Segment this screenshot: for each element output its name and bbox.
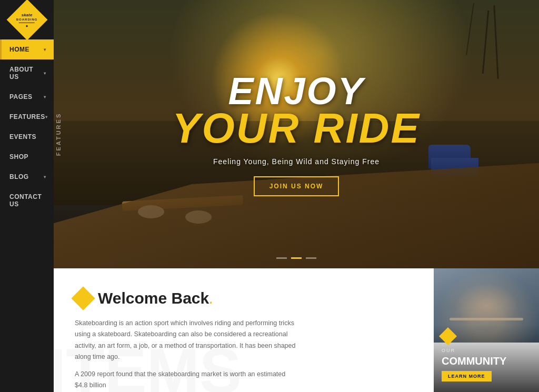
community-overlay: OUR COMMUNITY LEARN MORE (434, 325, 539, 392)
chevron-down-icon: ▾ (44, 47, 46, 52)
bottom-section: ITEMS Welcome Back. Skateboarding is an … (54, 268, 539, 392)
community-tag: OUR (442, 348, 531, 353)
diamond-icon (71, 286, 95, 310)
sidebar-item-about-us[interactable]: ABOUT US ▾ (0, 59, 54, 87)
slide-dot-3[interactable] (306, 257, 316, 259)
sidebar: skate BOARDING ◆ HOME ▾ ABOUT US ▾ PAGES… (0, 0, 54, 392)
hero-title-ride: YOUR RIDE (172, 107, 421, 149)
hero-subtitle: Feeling Young, Being Wild and Staying Fr… (213, 157, 380, 166)
main-nav: HOME ▾ ABOUT US ▾ PAGES ▾ FEATURES ▾ EVE… (0, 39, 54, 214)
sidebar-item-blog[interactable]: BLOG ▾ (0, 167, 54, 187)
logo-diamond: skate BOARDING ◆ (6, 0, 47, 40)
chevron-down-icon: ▾ (44, 175, 46, 179)
sidebar-item-home[interactable]: HOME ▾ (0, 39, 54, 59)
welcome-title: Welcome Back. (98, 289, 213, 307)
chevron-down-icon: ▾ (45, 115, 48, 119)
hero-cta-button[interactable]: JOIN US NOW (254, 176, 340, 196)
sidebar-item-features[interactable]: FEATURES ▾ (0, 107, 54, 127)
welcome-paragraph-2: A 2009 report found that the skateboardi… (75, 369, 296, 391)
slide-dot-1[interactable] (276, 257, 287, 259)
chevron-down-icon: ▾ (44, 71, 46, 76)
main-content: ENJOY YOUR RIDE Feeling Young, Being Wil… (54, 0, 539, 392)
sidebar-item-events[interactable]: EVENTS (0, 127, 54, 147)
features-side-label: FeaTURES (55, 113, 62, 156)
community-panel: OUR COMMUNITY LEARN MORE (434, 268, 539, 392)
slide-dot-2[interactable] (291, 257, 302, 259)
hero-section: ENJOY YOUR RIDE Feeling Young, Being Wil… (54, 0, 539, 268)
logo[interactable]: skate BOARDING ◆ (0, 0, 54, 39)
chevron-down-icon: ▾ (44, 95, 46, 99)
sidebar-item-contact-us[interactable]: CONTACT US (0, 187, 54, 214)
community-title: COMMUNITY (442, 355, 531, 367)
welcome-dot: . (209, 292, 213, 306)
welcome-paragraph-1: Skateboarding is an action sport which i… (75, 318, 296, 363)
hero-content: ENJOY YOUR RIDE Feeling Young, Being Wil… (54, 0, 539, 268)
hero-slider-dots (276, 257, 316, 259)
sidebar-item-shop[interactable]: SHOP (0, 147, 54, 167)
welcome-heading: Welcome Back. (75, 289, 413, 307)
logo-text: skate BOARDING ◆ (16, 13, 38, 27)
community-diamond-icon (439, 327, 457, 345)
welcome-area: ITEMS Welcome Back. Skateboarding is an … (54, 268, 434, 392)
community-learn-more-button[interactable]: LEARN MORE (442, 371, 492, 381)
welcome-body: Skateboarding is an action sport which i… (75, 318, 296, 391)
sidebar-item-pages[interactable]: PAGES ▾ (0, 87, 54, 107)
